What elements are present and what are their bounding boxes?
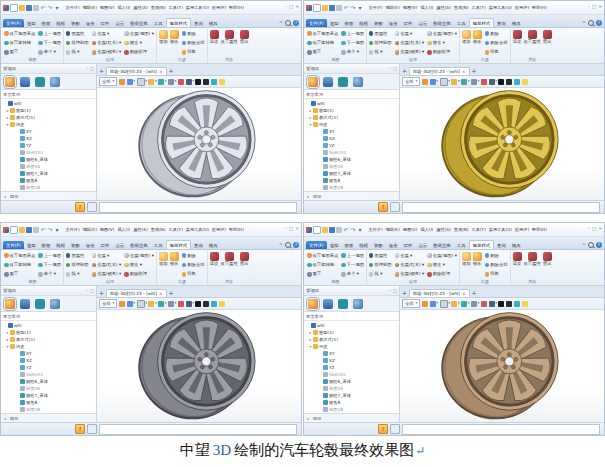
tree-node[interactable]: Sketch1	[1, 149, 96, 156]
ribbon-button[interactable]: 下一视图	[38, 41, 61, 46]
ribbon-tab[interactable]: 点云	[112, 241, 127, 249]
tree-node[interactable]: XZ	[304, 135, 399, 142]
document-tab[interactable]: 轮毂-3D打印.Z3 - [whl] ×	[106, 67, 167, 75]
ribbon-button[interactable]: 设置旋转轴	[307, 41, 338, 46]
command-input[interactable]	[99, 202, 297, 213]
menu-item[interactable]: 帮助(H)	[228, 227, 246, 232]
ribbon-button[interactable]: 设置视图基点	[4, 253, 35, 258]
qat-icon[interactable]: ▾	[54, 227, 60, 233]
qat-icon[interactable]: ▾	[357, 227, 363, 233]
tab-close-icon[interactable]: ×	[159, 69, 163, 74]
da-icon[interactable]	[498, 301, 505, 307]
tree-node[interactable]: 圆柱7_基体	[1, 392, 96, 399]
ribbon-button[interactable]: 线 ▾	[66, 50, 89, 55]
da-icon[interactable]: ▾	[148, 79, 156, 85]
ribbon-tab[interactable]: 线框	[53, 241, 68, 249]
qat-icon[interactable]	[26, 227, 32, 233]
menu-item[interactable]: 实用工具(U)	[487, 227, 513, 232]
qat-icon[interactable]: ↷	[47, 227, 53, 233]
tree-node[interactable]: YZ	[1, 142, 96, 149]
tree-node[interactable]: ▾ 历史	[304, 343, 399, 350]
qat-icon[interactable]: ↶	[343, 227, 349, 233]
manager-tab-icon[interactable]	[35, 77, 45, 87]
entity-filter-dropdown[interactable]: 全部 ▾	[99, 299, 117, 308]
tree-node[interactable]: ▸ 造型(1)	[1, 107, 96, 114]
da-icon[interactable]: ▾	[186, 301, 194, 307]
menu-item[interactable]: 文件(F)	[367, 227, 384, 232]
status-doc-icon[interactable]	[87, 202, 97, 212]
ribbon-tab[interactable]: 文件(F)	[3, 241, 24, 249]
model-canvas[interactable]	[400, 88, 604, 200]
help-icon[interactable]: ?	[596, 20, 602, 26]
ribbon-tab[interactable]: 点云	[415, 19, 430, 27]
ribbon-big-button[interactable]: 修改	[170, 251, 179, 266]
ribbon-big-button[interactable]: 添加	[462, 251, 471, 266]
da-icon[interactable]: ▾	[168, 79, 176, 85]
entity-filter-dropdown[interactable]: 全部 ▾	[402, 77, 420, 86]
menu-item[interactable]: 插入(I)	[116, 5, 132, 10]
status-doc-icon[interactable]	[87, 424, 97, 434]
ribbon-button[interactable]: 切换	[182, 272, 205, 277]
da-icon[interactable]	[203, 79, 210, 85]
manager-tab-icon[interactable]	[5, 77, 15, 87]
tree-node[interactable]: 圆柱7_基体	[1, 170, 96, 177]
maximize-button[interactable]: □	[592, 227, 596, 232]
ribbon-button[interactable]: 下一视图	[38, 263, 61, 268]
ribbon-big-button[interactable]: 添加	[159, 251, 168, 266]
ribbon-tab[interactable]: 文件(F)	[306, 241, 327, 249]
replay-expander-icon[interactable]: ▸	[306, 194, 311, 199]
menu-item[interactable]: 文件(F)	[64, 5, 81, 10]
ribbon-button[interactable]: 金属(铜色) ▾	[395, 272, 425, 277]
manager-tab-icon[interactable]	[338, 77, 348, 87]
tree-node[interactable]: XY	[304, 128, 399, 135]
ribbon-tab[interactable]: 查询	[191, 241, 206, 249]
menu-item[interactable]: 属性(A)	[132, 227, 150, 232]
close-button[interactable]: ×	[598, 5, 602, 10]
tree-node[interactable]: XZ	[1, 357, 96, 364]
ribbon-big-button[interactable]: 设置属性	[221, 251, 238, 266]
tree-node[interactable]: whl	[304, 322, 399, 329]
ribbon-big-button[interactable]: 添加	[159, 29, 168, 44]
document-tab[interactable]: 轮毂-3D打印.Z3 - [whl] ×	[409, 289, 470, 297]
menu-item[interactable]: 视图(V)	[98, 5, 116, 10]
collapse-ribbon-icon[interactable]: ^	[279, 243, 283, 248]
da-icon[interactable]: ▾	[471, 301, 479, 307]
tree-node[interactable]: XZ	[1, 135, 96, 142]
tree-node[interactable]: ▸ 造型(1)	[1, 329, 96, 336]
panel-minimize-icon[interactable]: –	[389, 288, 391, 293]
tree-node[interactable]: ▸ 造型(1)	[304, 107, 399, 114]
tree-filter[interactable]: 显示常用	[304, 312, 399, 321]
ribbon-button[interactable]: 金属(红木) ▾	[92, 263, 122, 268]
ribbon-button[interactable]: 上一视图	[341, 253, 364, 258]
da-icon[interactable]: ▾	[168, 301, 176, 307]
ribbon-button[interactable]: 面属性	[369, 31, 392, 36]
ribbon-button[interactable]: 切换	[485, 272, 508, 277]
manager-tab-icon[interactable]	[353, 299, 363, 309]
ribbon-tab[interactable]: 曲面	[342, 19, 357, 27]
ribbon-button[interactable]: 切换	[485, 50, 508, 55]
document-tab[interactable]: 轮毂-3D打印.Z3 - [whl] ×	[106, 289, 167, 297]
ribbon-tab[interactable]: 视觉样式	[469, 240, 495, 249]
ribbon-button[interactable]: 删除全部	[485, 41, 508, 46]
manager-tab-icon[interactable]	[308, 77, 318, 87]
ribbon-button[interactable]: 金属(视图) ▾	[427, 31, 457, 36]
search-icon[interactable]	[285, 20, 291, 26]
da-icon[interactable]	[506, 301, 513, 307]
ribbon-button[interactable]: 金属(视图) ▾	[427, 253, 457, 258]
ribbon-button[interactable]: 金属(红木) ▾	[92, 41, 122, 46]
qat-icon[interactable]	[3, 227, 9, 233]
command-input[interactable]	[402, 202, 600, 213]
da-icon[interactable]	[178, 79, 185, 85]
document-tab[interactable]: 轮毂-3D打印.Z3 - [whl] ×	[409, 67, 470, 75]
tree-filter[interactable]: 显示常用	[1, 90, 96, 99]
tree-node[interactable]: 草图18	[304, 406, 399, 413]
ribbon-button[interactable]: 金属 ▾	[92, 253, 122, 258]
replay-section[interactable]: ▸ 回放	[304, 191, 399, 200]
tree-node[interactable]: 草图16	[304, 163, 399, 170]
ribbon-button[interactable]: 镀金 ▾	[427, 41, 457, 46]
ribbon-button[interactable]: 删除纹理	[124, 50, 154, 55]
ribbon-tab[interactable]: 装配	[68, 241, 83, 249]
qat-icon[interactable]	[10, 226, 18, 234]
da-icon[interactable]	[219, 79, 226, 85]
model-canvas[interactable]	[97, 88, 301, 200]
